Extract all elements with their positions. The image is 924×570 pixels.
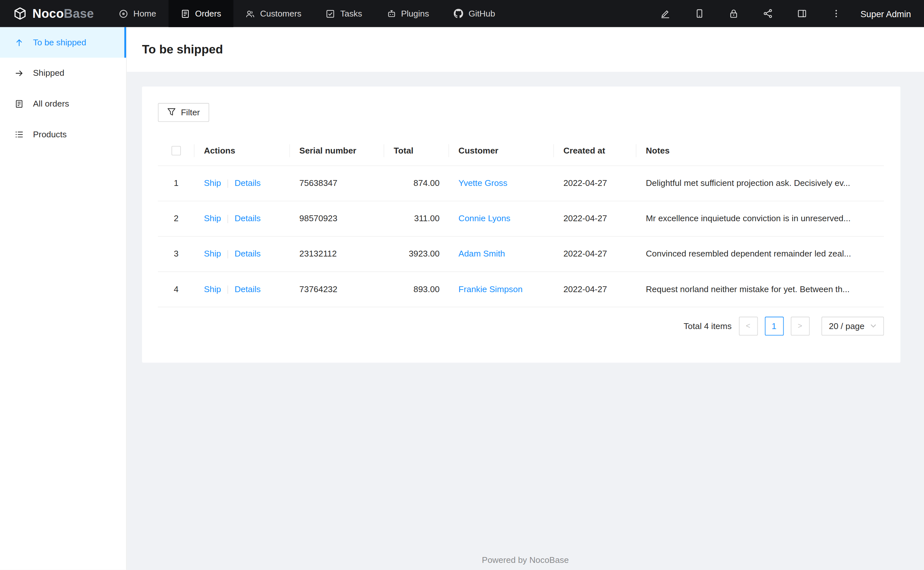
ship-link[interactable]: Ship bbox=[204, 178, 221, 188]
user-name[interactable]: Super Admin bbox=[853, 8, 924, 18]
actions-cell: ShipDetails bbox=[195, 271, 290, 307]
nocobase-app: NocoBase Home Orders Customers bbox=[0, 0, 924, 570]
pagination: Total 4 items < 1 > 20 / page bbox=[158, 316, 884, 335]
ship-link[interactable]: Ship bbox=[204, 249, 221, 259]
lock-icon[interactable] bbox=[716, 9, 750, 18]
customer-cell: Yvette Gross bbox=[449, 165, 554, 201]
customer-link[interactable]: Adam Smith bbox=[458, 249, 505, 259]
page-size-value: 20 / page bbox=[829, 321, 864, 331]
page-header: To be shipped bbox=[127, 27, 924, 72]
details-link[interactable]: Details bbox=[234, 214, 261, 223]
plugins-icon bbox=[387, 9, 395, 18]
mobile-icon[interactable] bbox=[683, 9, 716, 18]
orders-card: Filter Actions Serial number Total Custo… bbox=[142, 86, 900, 362]
row-index: 3 bbox=[158, 236, 195, 271]
nav-item-tasks[interactable]: Tasks bbox=[314, 0, 374, 27]
column-header-actions: Actions bbox=[195, 136, 290, 165]
nav-item-label: Home bbox=[133, 9, 156, 18]
row-index: 1 bbox=[158, 165, 195, 201]
github-icon bbox=[454, 9, 463, 18]
nav-item-plugins[interactable]: Plugins bbox=[374, 0, 441, 27]
customer-link[interactable]: Yvette Gross bbox=[458, 178, 507, 188]
created-at-cell: 2022-04-27 bbox=[554, 201, 636, 236]
pagination-next-button[interactable]: > bbox=[790, 316, 809, 335]
filter-button[interactable]: Filter bbox=[158, 103, 209, 122]
brand-name: NocoBase bbox=[32, 6, 94, 21]
row-index: 2 bbox=[158, 201, 195, 236]
nav-item-label: GitHub bbox=[469, 9, 495, 18]
file-icon bbox=[15, 99, 25, 108]
total-cell: 311.00 bbox=[384, 201, 449, 236]
layout-icon[interactable] bbox=[785, 9, 819, 18]
customer-link[interactable]: Frankie Simpson bbox=[458, 284, 523, 294]
notes-cell: Convinced resembled dependent remainder … bbox=[636, 236, 884, 271]
table-row: 2 ShipDetails 98570923 311.00 Connie Lyo… bbox=[158, 201, 884, 236]
nav-item-home[interactable]: Home bbox=[107, 0, 169, 27]
list-icon bbox=[15, 130, 25, 139]
row-index: 4 bbox=[158, 271, 195, 307]
sidebar-item-products[interactable]: Products bbox=[0, 119, 126, 150]
orders-icon bbox=[181, 9, 190, 18]
action-divider bbox=[228, 250, 228, 259]
top-nav: Home Orders Customers Tasks bbox=[107, 0, 508, 27]
filter-icon bbox=[167, 107, 175, 118]
column-header-serial-number: Serial number bbox=[290, 136, 384, 165]
tasks-icon bbox=[326, 9, 335, 18]
select-all-checkbox[interactable] bbox=[172, 146, 181, 155]
details-link[interactable]: Details bbox=[234, 178, 261, 188]
sidebar-item-to-be-shipped[interactable]: To be shipped bbox=[0, 27, 126, 58]
created-at-cell: 2022-04-27 bbox=[554, 236, 636, 271]
customer-cell: Frankie Simpson bbox=[449, 271, 554, 307]
column-header-customer: Customer bbox=[449, 136, 554, 165]
nav-item-label: Tasks bbox=[340, 9, 362, 18]
sidebar-item-shipped[interactable]: Shipped bbox=[0, 58, 126, 89]
select-all-header bbox=[158, 136, 195, 165]
chevron-down-icon bbox=[870, 324, 876, 328]
page-title: To be shipped bbox=[142, 43, 909, 57]
serial-cell: 98570923 bbox=[290, 201, 384, 236]
footer-text: Powered by NocoBase bbox=[127, 555, 924, 564]
column-header-total: Total bbox=[384, 136, 449, 165]
brand-logo[interactable]: NocoBase bbox=[0, 6, 107, 21]
column-header-notes: Notes bbox=[636, 136, 884, 165]
details-link[interactable]: Details bbox=[234, 249, 261, 259]
actions-cell: ShipDetails bbox=[195, 201, 290, 236]
arrow-up-icon bbox=[15, 38, 25, 47]
orders-table: Actions Serial number Total Customer Cre… bbox=[158, 136, 884, 307]
column-header-created-at: Created at bbox=[554, 136, 636, 165]
arrow-right-icon bbox=[15, 69, 25, 77]
ship-link[interactable]: Ship bbox=[204, 284, 221, 294]
page-size-select[interactable]: 20 / page bbox=[821, 316, 884, 335]
customers-icon bbox=[246, 9, 255, 18]
action-divider bbox=[228, 215, 228, 223]
table-row: 1 ShipDetails 75638347 874.00 Yvette Gro… bbox=[158, 165, 884, 201]
notes-cell: Delightful met sufficient projection ask… bbox=[636, 165, 884, 201]
sidebar-item-all-orders[interactable]: All orders bbox=[0, 89, 126, 119]
nav-item-orders[interactable]: Orders bbox=[169, 0, 234, 27]
highlighter-icon[interactable] bbox=[649, 9, 683, 18]
share-icon[interactable] bbox=[751, 9, 785, 18]
serial-cell: 75638347 bbox=[290, 165, 384, 201]
total-cell: 3923.00 bbox=[384, 236, 449, 271]
serial-cell: 73764232 bbox=[290, 271, 384, 307]
customer-cell: Adam Smith bbox=[449, 236, 554, 271]
main-content: To be shipped Filter Actions Seri bbox=[127, 27, 924, 570]
nav-item-customers[interactable]: Customers bbox=[234, 0, 314, 27]
pagination-prev-button[interactable]: < bbox=[738, 316, 757, 335]
pagination-page-1-button[interactable]: 1 bbox=[764, 316, 783, 335]
top-navbar: NocoBase Home Orders Customers bbox=[0, 0, 924, 27]
more-icon[interactable] bbox=[819, 9, 853, 18]
ship-link[interactable]: Ship bbox=[204, 214, 221, 223]
nav-item-github[interactable]: GitHub bbox=[441, 0, 508, 27]
table-header-row: Actions Serial number Total Customer Cre… bbox=[158, 136, 884, 165]
nav-item-label: Orders bbox=[195, 9, 221, 18]
actions-cell: ShipDetails bbox=[195, 165, 290, 201]
nav-item-label: Customers bbox=[260, 9, 301, 18]
details-link[interactable]: Details bbox=[234, 284, 261, 294]
pagination-total: Total 4 items bbox=[684, 321, 732, 331]
created-at-cell: 2022-04-27 bbox=[554, 271, 636, 307]
created-at-cell: 2022-04-27 bbox=[554, 165, 636, 201]
customer-link[interactable]: Connie Lyons bbox=[458, 214, 510, 223]
table-row: 3 ShipDetails 23132112 3923.00 Adam Smit… bbox=[158, 236, 884, 271]
sidebar-item-label: All orders bbox=[33, 99, 69, 108]
